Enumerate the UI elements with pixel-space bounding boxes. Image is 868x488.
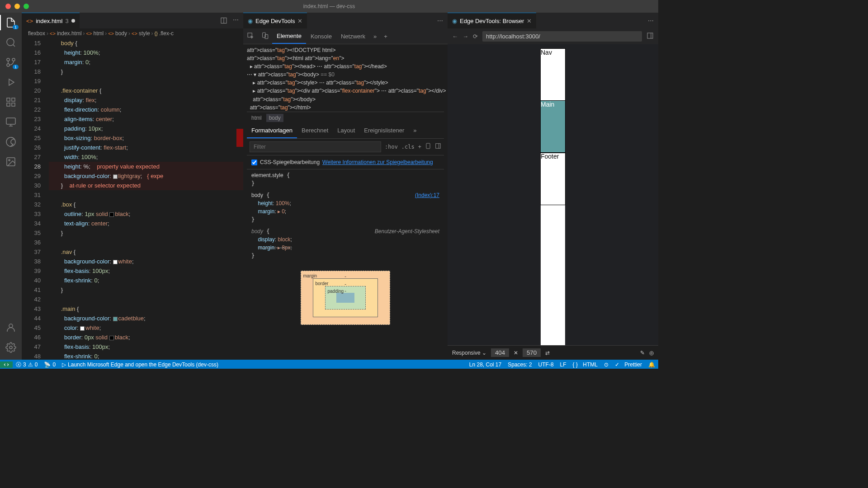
breadcrumb-item[interactable]: index.html xyxy=(57,30,82,37)
code-editor[interactable]: 1516171819202122232425262728293031323334… xyxy=(22,38,243,360)
explorer-badge: 1 xyxy=(13,25,19,29)
breadcrumb-item[interactable]: flexbox xyxy=(28,30,45,37)
explorer-icon[interactable]: 1 xyxy=(5,17,16,28)
new-style-icon[interactable]: + xyxy=(418,143,421,151)
more-actions-icon[interactable]: ⋯ xyxy=(437,17,443,24)
prettier-status[interactable]: ✓ Prettier xyxy=(612,361,645,368)
box-model[interactable]: margin- border- padding- xyxy=(301,271,390,325)
breadcrumb[interactable]: flexbox› <>index.html› <>html› <>body› <… xyxy=(22,28,243,38)
width-input[interactable] xyxy=(491,348,509,357)
dom-breadcrumb[interactable]: html body xyxy=(247,112,444,124)
filter-input[interactable] xyxy=(250,141,381,152)
settings-icon[interactable] xyxy=(5,342,16,353)
more-actions-icon[interactable]: ⋯ xyxy=(648,17,654,24)
close-window-button[interactable] xyxy=(5,4,11,9)
cls-toggle[interactable]: .cls xyxy=(401,143,415,151)
forward-icon[interactable]: → xyxy=(462,33,468,40)
styles-subtab[interactable]: Formatvorlagen xyxy=(247,124,297,138)
quokka-icon[interactable]: ⊙ xyxy=(601,361,612,368)
warning-icon: ⚠ xyxy=(28,361,33,368)
edge-tools-icon[interactable] xyxy=(5,136,16,147)
emulate-vision-icon[interactable]: ◎ xyxy=(649,350,654,356)
more-styles-tabs-icon[interactable]: » xyxy=(409,124,421,138)
extensions-icon[interactable] xyxy=(5,97,16,108)
preview-nav: Nav xyxy=(541,49,565,101)
more-actions-icon[interactable]: ⋯ xyxy=(233,16,239,25)
tab-label: Edge DevTools: Browser xyxy=(460,18,524,24)
remote-indicator[interactable] xyxy=(0,361,13,368)
close-icon[interactable]: ✕ xyxy=(297,18,302,24)
search-icon[interactable] xyxy=(5,37,16,48)
indentation[interactable]: Spaces: 2 xyxy=(505,361,535,368)
source-control-icon[interactable]: 1 xyxy=(5,57,16,68)
rotate-icon[interactable]: ⇄ xyxy=(545,350,550,356)
devtools-panel-tab[interactable]: Konsole xyxy=(306,28,336,44)
back-icon[interactable]: ← xyxy=(452,33,458,40)
devtools-panel-tab[interactable]: Netzwerk xyxy=(336,28,370,44)
remote-explorer-icon[interactable] xyxy=(5,117,16,127)
screenshot-icon[interactable]: ✎ xyxy=(640,350,645,356)
svg-point-1 xyxy=(12,58,15,61)
mirror-checkbox[interactable] xyxy=(251,160,257,165)
styles-subtab[interactable]: Layout xyxy=(333,124,359,138)
svg-point-3 xyxy=(7,58,9,61)
computed-panel-icon[interactable] xyxy=(435,143,441,151)
device-select[interactable]: Responsive ⌄ xyxy=(452,350,486,356)
account-icon[interactable] xyxy=(5,322,16,333)
minimap[interactable] xyxy=(236,129,243,147)
split-editor-icon[interactable] xyxy=(220,16,227,25)
close-icon[interactable]: ✕ xyxy=(527,18,532,24)
add-tab-icon[interactable]: + xyxy=(380,33,391,40)
window-title: index.html — dev-css xyxy=(303,3,355,9)
times-icon: ✕ xyxy=(514,350,518,356)
reload-icon[interactable]: ⟳ xyxy=(473,33,478,40)
open-external-icon[interactable] xyxy=(646,32,654,41)
devtools-tab[interactable]: ◉ Edge DevTools ✕ xyxy=(243,13,307,28)
browser-preview[interactable]: Nav Main Footer xyxy=(448,44,658,345)
breadcrumb-item[interactable]: body xyxy=(115,30,127,37)
image-icon[interactable] xyxy=(5,156,16,167)
breadcrumb-item[interactable]: .flex-c xyxy=(159,30,174,37)
eol[interactable]: LF xyxy=(557,361,570,368)
error-icon: ⓧ xyxy=(16,361,21,369)
height-input[interactable] xyxy=(523,348,541,357)
maximize-window-button[interactable] xyxy=(24,4,29,9)
encoding[interactable]: UTF-8 xyxy=(535,361,557,368)
problems-indicator[interactable]: ⓧ3 ⚠0 xyxy=(13,361,41,369)
svg-rect-6 xyxy=(7,103,10,106)
devtools-panel-tab[interactable]: Elemente xyxy=(272,28,306,44)
url-input[interactable] xyxy=(482,31,642,42)
mirror-link[interactable]: Weitere Informationen zur Spiegelbearbei… xyxy=(322,158,433,166)
browser-column: ◉ Edge DevTools: Browser ✕ ⋯ ← → ⟳ Nav M… xyxy=(448,13,658,360)
status-bar: ⓧ3 ⚠0 📡0 ▷Launch Microsoft Edge and open… xyxy=(0,360,658,369)
svg-rect-20 xyxy=(436,143,441,148)
css-mirror-row: CSS-Spiegelbearbeitung Weitere Informati… xyxy=(247,155,444,169)
device-toolbar-icon[interactable] xyxy=(258,32,272,41)
mirror-label: CSS-Spiegelbearbeitung xyxy=(260,158,320,166)
css-rules[interactable]: element.style {}(Index):17body { height:… xyxy=(247,169,444,262)
launch-task[interactable]: ▷Launch Microsoft Edge and open the Edge… xyxy=(59,361,222,368)
devtools-tab-bar: ◉ Edge DevTools ✕ ⋯ xyxy=(243,13,448,28)
editor-tab[interactable]: <> index.html 3 xyxy=(22,13,80,28)
preview-device: Nav Main Footer xyxy=(541,49,565,345)
run-debug-icon[interactable] xyxy=(5,77,16,88)
language-mode[interactable]: { } HTML xyxy=(570,361,601,368)
breadcrumb-item[interactable]: html xyxy=(93,30,104,37)
device-icon[interactable] xyxy=(425,143,431,151)
hov-toggle[interactable]: :hov xyxy=(385,143,398,151)
svg-rect-4 xyxy=(7,98,10,101)
dom-tree[interactable]: attr">class="tag"><!DOCTYPE html>attr">c… xyxy=(247,46,444,112)
scm-badge: 1 xyxy=(13,65,19,69)
notifications-icon[interactable]: 🔔 xyxy=(645,361,658,368)
svg-point-11 xyxy=(9,160,10,161)
inspect-element-icon[interactable] xyxy=(243,32,258,41)
more-tabs-icon[interactable]: » xyxy=(370,33,380,40)
cursor-position[interactable]: Ln 28, Col 17 xyxy=(466,361,505,368)
browser-tab[interactable]: ◉ Edge DevTools: Browser ✕ xyxy=(448,13,536,28)
breadcrumb-item[interactable]: style xyxy=(139,30,150,37)
styles-subtab[interactable]: Ereignislistener xyxy=(359,124,409,138)
ports-indicator[interactable]: 📡0 xyxy=(41,361,59,368)
window-controls xyxy=(0,4,29,9)
minimize-window-button[interactable] xyxy=(14,4,20,9)
styles-subtab[interactable]: Berechnet xyxy=(297,124,333,138)
